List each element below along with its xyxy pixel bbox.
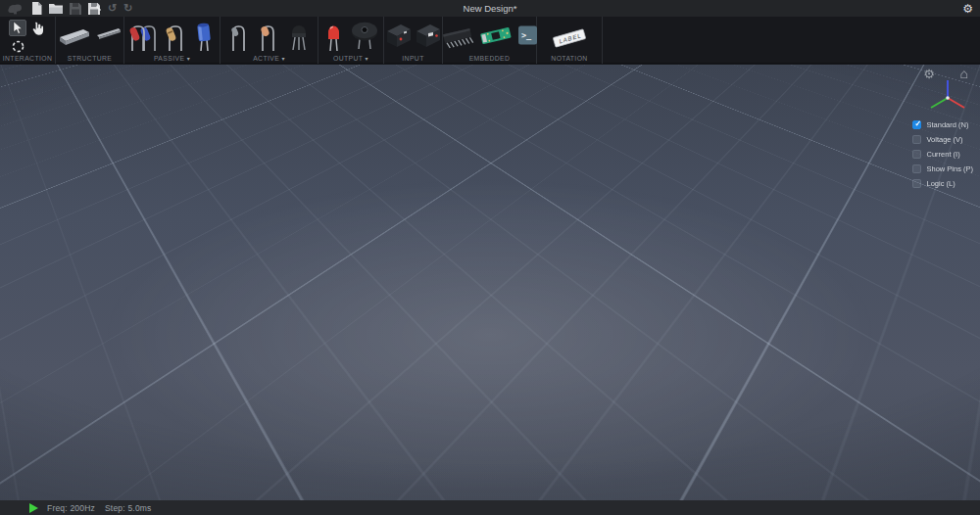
beam-icon — [57, 26, 93, 48]
checkbox-icon[interactable] — [912, 150, 921, 159]
new-file-icon[interactable] — [31, 2, 42, 15]
section-label: EMBEDDED — [443, 55, 536, 62]
thermistor-component-button[interactable] — [257, 20, 278, 53]
settings-gear-icon[interactable]: ⚙ — [962, 0, 973, 17]
resistor-pair-component-button[interactable] — [127, 20, 159, 53]
redo-icon[interactable]: ↻ — [123, 2, 132, 15]
rod-component-button[interactable] — [95, 26, 122, 44]
hand-icon — [30, 21, 45, 36]
section-active: ACTIVE ▾ — [220, 17, 318, 64]
console-icon: >_ — [517, 23, 538, 47]
toolbar-spacer — [603, 17, 980, 63]
ic-chip-icon — [441, 23, 474, 51]
checkbox-icon[interactable] — [912, 164, 921, 173]
section-embedded: >_ EMBEDDED — [443, 17, 537, 64]
section-notation: LABEL NOTATION — [537, 17, 603, 64]
option-standard[interactable]: Standard (N) — [912, 119, 973, 129]
display-options-panel: Standard (N) Voltage (V) Current (I) Sho… — [912, 119, 973, 188]
checkbox-icon[interactable] — [912, 120, 921, 129]
label-sticker-component-button[interactable]: LABEL — [551, 27, 588, 49]
checkbox-icon[interactable] — [912, 179, 921, 188]
signal-module-icon — [415, 23, 442, 49]
section-label[interactable]: OUTPUT ▾ — [318, 55, 383, 62]
power-module-icon — [385, 23, 413, 49]
checkbox-icon[interactable] — [912, 135, 921, 144]
play-simulation-icon[interactable] — [29, 503, 38, 513]
label-sticker-icon: LABEL — [551, 27, 588, 49]
section-label: NOTATION — [537, 55, 602, 62]
option-show-pins[interactable]: Show Pins (P) — [912, 164, 973, 173]
buzzer-component-button[interactable] — [350, 20, 379, 51]
select-tool-button[interactable] — [9, 20, 26, 36]
section-interaction: INTERACTION — [0, 17, 56, 64]
sim-frequency: Freq: 200Hz — [47, 503, 95, 513]
component-toolbar: INTERACTION STRUCTURE — [0, 17, 980, 64]
resistor-component-button[interactable] — [163, 20, 187, 53]
save-as-icon[interactable] — [88, 2, 101, 15]
capacitor-component-button[interactable] — [191, 20, 217, 53]
cursor-arrow-icon — [13, 22, 24, 34]
section-label: INPUT — [384, 55, 442, 62]
section-label: STRUCTURE — [56, 55, 123, 62]
orbit-tool-button[interactable] — [11, 39, 25, 54]
microcontroller-icon — [479, 23, 513, 49]
axis-gizmo[interactable] — [925, 76, 970, 119]
beam-component-button[interactable] — [57, 26, 93, 48]
simulation-statusbar: Freq: 200Hz Step: 5.0ms — [0, 500, 980, 515]
led-icon — [322, 20, 344, 53]
svg-text:>_: >_ — [521, 30, 532, 40]
app-logo-icon — [7, 2, 24, 15]
design-canvas-3d[interactable]: ⚙ ⌂ Standard (N) Voltage (V) Current (I) — [0, 65, 980, 500]
transistor-component-button[interactable] — [286, 20, 312, 53]
save-icon[interactable] — [70, 2, 81, 15]
section-passive: PASSIVE ▾ — [124, 17, 220, 64]
rod-icon — [95, 26, 122, 44]
document-title: New Design* — [0, 3, 980, 14]
option-current[interactable]: Current (I) — [912, 149, 973, 159]
orbit-circle-icon — [11, 39, 25, 54]
pan-tool-button[interactable] — [30, 21, 45, 36]
option-logic[interactable]: Logic (L) — [912, 178, 973, 188]
menubar: ↺ ↻ New Design* ⚙ — [0, 0, 980, 17]
section-structure: STRUCTURE — [56, 17, 124, 64]
console-component-button[interactable]: >_ — [517, 23, 538, 47]
buzzer-icon — [350, 20, 379, 51]
section-label[interactable]: ACTIVE ▾ — [220, 55, 318, 62]
capacitor-icon — [191, 20, 217, 53]
open-file-icon[interactable] — [49, 2, 63, 15]
section-output: OUTPUT ▾ — [318, 17, 384, 64]
option-voltage[interactable]: Voltage (V) — [912, 134, 973, 144]
section-label[interactable]: PASSIVE ▾ — [124, 55, 220, 62]
resistor-pair-icon — [127, 20, 159, 53]
undo-icon[interactable]: ↺ — [108, 2, 117, 15]
signal-module-component-button[interactable] — [415, 23, 442, 49]
led-component-button[interactable] — [322, 20, 344, 53]
transistor-icon — [286, 20, 312, 53]
ground-grid — [0, 65, 980, 344]
ic-chip-component-button[interactable] — [441, 23, 474, 51]
diode-icon — [227, 20, 249, 53]
resistor-icon — [163, 20, 187, 53]
microcontroller-component-button[interactable] — [479, 23, 513, 49]
diode-component-button[interactable] — [227, 20, 249, 53]
sim-step: Step: 5.0ms — [105, 503, 152, 513]
power-module-component-button[interactable] — [385, 23, 413, 49]
circuit-designer-app: ↺ ↻ New Design* ⚙ INTERACTION — [0, 0, 980, 515]
thermistor-icon — [257, 20, 278, 53]
scene — [0, 65, 980, 500]
section-input: INPUT — [384, 17, 443, 64]
section-label: INTERACTION — [0, 55, 55, 62]
